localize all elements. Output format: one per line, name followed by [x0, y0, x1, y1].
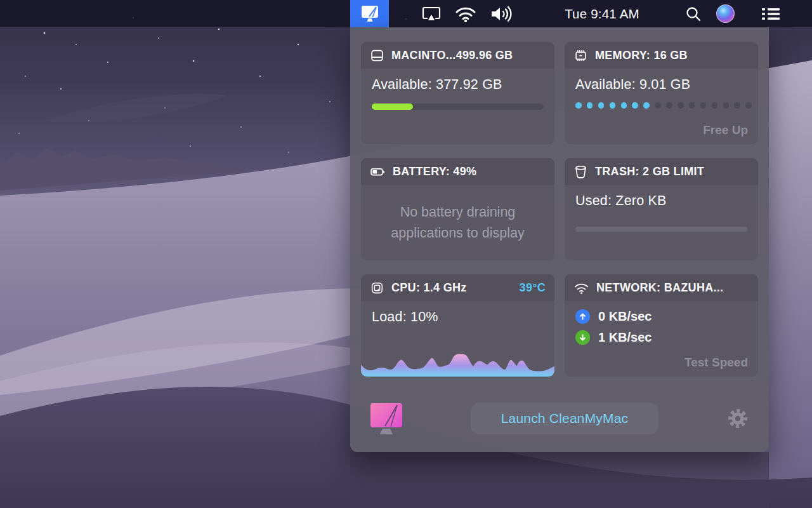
free-up-button[interactable]: Free Up	[703, 123, 748, 137]
memory-dot	[712, 102, 718, 109]
disk-card-header: MACINTO...499.96 GB	[361, 42, 554, 69]
siri-icon	[716, 4, 735, 23]
network-download-row: 1 KB/sec	[575, 330, 747, 345]
memory-dots	[575, 102, 747, 109]
cpu-chip-icon	[370, 281, 384, 295]
trash-card: TRASH: 2 GB LIMIT Used: Zero KB	[565, 158, 758, 260]
network-upload-row: 0 KB/sec	[575, 309, 747, 324]
network-card: NETWORK: BAZUHA... 0 KB/sec 1 KB/sec Tes…	[565, 274, 758, 377]
screen-mirroring-menu-item[interactable]	[417, 0, 445, 27]
disk-card-body: Available: 377.92 GB	[361, 69, 554, 144]
download-arrow-icon	[575, 330, 590, 345]
settings-button[interactable]	[723, 404, 752, 433]
imac-monitor-icon	[359, 4, 381, 24]
memory-card-body: Available: 9.01 GB Free Up	[565, 69, 758, 144]
notification-list-icon	[762, 6, 780, 22]
cleanmymac-menubar-icon[interactable]	[350, 0, 389, 27]
widget-grid: MACINTO...499.96 GB Available: 377.92 GB	[350, 27, 769, 377]
memory-dot	[610, 102, 616, 109]
cpu-temperature: 39°C	[520, 281, 546, 295]
memory-dot	[666, 102, 672, 109]
cpu-card-body: Load: 10%	[361, 301, 554, 377]
upload-arrow-icon	[575, 309, 590, 324]
cpu-card-title: CPU: 1.4 GHz	[391, 281, 467, 295]
memory-dot	[575, 102, 582, 109]
battery-card: BATTERY: 49% No battery draining applica…	[361, 158, 554, 260]
memory-card-header: MEMORY: 16 GB	[565, 42, 758, 69]
menu-bar-clock[interactable]: Tue 9:41 AM	[549, 0, 655, 27]
network-wifi-icon	[573, 281, 589, 295]
download-speed: 1 KB/sec	[598, 330, 652, 345]
trash-card-header: TRASH: 2 GB LIMIT	[565, 158, 758, 185]
network-card-body: 0 KB/sec 1 KB/sec Test Speed	[565, 301, 758, 377]
memory-dot	[745, 102, 752, 109]
disk-progress-track	[372, 104, 544, 110]
trash-progress-track	[575, 227, 747, 232]
cpu-card-header: CPU: 1.4 GHz 39°C	[361, 274, 554, 301]
network-card-header: NETWORK: BAZUHA...	[565, 274, 758, 301]
memory-dot	[587, 102, 593, 109]
trash-card-title: TRASH: 2 GB LIMIT	[595, 165, 704, 178]
upload-speed: 0 KB/sec	[598, 309, 652, 324]
disk-available-text: Available: 377.92 GB	[372, 77, 544, 93]
network-card-title: NETWORK: BAZUHA...	[596, 281, 723, 295]
menu-bar: Tue 9:41 AM	[0, 0, 812, 27]
memory-dot	[621, 102, 627, 109]
cpu-load-text: Load: 10%	[372, 309, 544, 325]
memory-dot	[689, 102, 695, 109]
memory-card-title: MEMORY: 16 GB	[595, 49, 688, 62]
spotlight-menu-item[interactable]	[680, 0, 707, 27]
wifi-menu-item[interactable]	[449, 0, 482, 27]
battery-message: No battery draining applications to disp…	[361, 185, 554, 260]
memory-dot	[655, 102, 661, 109]
memory-chip-icon	[573, 48, 588, 63]
memory-card: MEMORY: 16 GB Available: 9.01 GB Free Up	[565, 42, 758, 144]
memory-dot	[678, 102, 684, 109]
screen-mirroring-icon	[422, 6, 441, 22]
memory-dot	[643, 102, 650, 109]
battery-card-title: BATTERY: 49%	[393, 165, 476, 178]
volume-menu-item[interactable]	[483, 0, 520, 27]
disk-card: MACINTO...499.96 GB Available: 377.92 GB	[361, 42, 554, 144]
test-speed-button[interactable]: Test Speed	[684, 356, 748, 370]
hard-drive-icon	[370, 48, 384, 63]
notification-center-menu-item[interactable]	[755, 0, 787, 27]
gear-icon	[724, 404, 752, 432]
memory-dot	[598, 102, 605, 109]
trash-bin-icon	[573, 164, 588, 179]
memory-dot	[734, 102, 740, 109]
launch-cleanmymac-button[interactable]: Launch CleanMyMac	[471, 403, 658, 434]
battery-card-body: No battery draining applications to disp…	[361, 185, 554, 260]
disk-card-title: MACINTO...499.96 GB	[391, 49, 513, 62]
battery-card-header: BATTERY: 49%	[361, 158, 554, 185]
volume-icon	[490, 5, 514, 23]
memory-available-text: Available: 9.01 GB	[575, 77, 747, 93]
wifi-icon	[455, 5, 476, 23]
memory-dot	[723, 102, 730, 109]
trash-used-text: Used: Zero KB	[575, 193, 747, 209]
disk-progress-fill	[372, 104, 413, 110]
panel-footer: Launch CleanMyMac	[350, 399, 769, 438]
memory-dot	[700, 102, 707, 109]
memory-dot	[632, 102, 638, 109]
cleanmymac-menu-panel: MACINTO...499.96 GB Available: 377.92 GB	[350, 27, 769, 452]
trash-card-body: Used: Zero KB	[565, 185, 758, 260]
battery-icon	[370, 164, 386, 179]
siri-menu-item[interactable]	[712, 0, 738, 27]
cpu-card: CPU: 1.4 GHz 39°C Load: 10%	[361, 274, 554, 377]
search-icon	[685, 6, 702, 22]
cpu-load-graph	[361, 352, 554, 377]
cleanmymac-app-icon[interactable]	[367, 399, 406, 438]
